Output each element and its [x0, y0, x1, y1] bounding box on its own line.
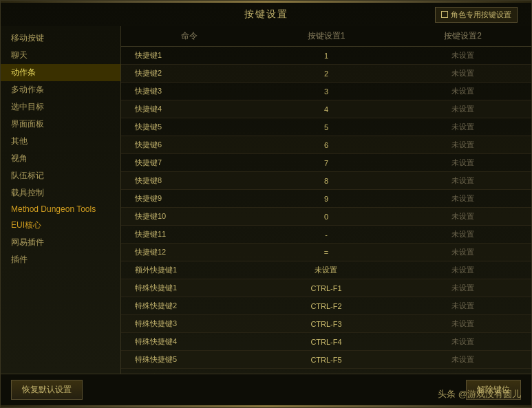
table-row[interactable]: 快捷键33未设置 — [121, 83, 531, 100]
table-row[interactable]: 特殊快捷键1CTRL-F1未设置 — [121, 279, 531, 297]
sidebar-item-7[interactable]: 视角 — [1, 150, 120, 167]
sidebar-item-11[interactable]: EUI核心 — [1, 217, 120, 234]
bottom-bar: 恢复默认设置 解除键位 — [1, 374, 531, 405]
keybind2-cell[interactable]: 未设置 — [394, 261, 531, 279]
sidebar-item-12[interactable]: 网易插件 — [1, 234, 120, 251]
cmd-cell: 快捷键2 — [121, 65, 258, 82]
cmd-cell: 快捷键1 — [121, 47, 258, 64]
sidebar-item-5[interactable]: 界面面板 — [1, 116, 120, 133]
cmd-cell: 快捷键8 — [121, 172, 258, 189]
keybind1-cell[interactable]: 0 — [258, 208, 395, 225]
keybind1-cell[interactable]: 8 — [258, 172, 395, 189]
keybind2-cell[interactable]: 未设置 — [394, 118, 531, 136]
keybind1-cell[interactable]: 4 — [258, 100, 395, 118]
table-row[interactable]: 快捷键100未设置 — [121, 208, 531, 226]
content-area: 命令 按键设置1 按键设置2 快捷键11未设置快捷键22未设置快捷键33未设置快… — [121, 26, 531, 374]
keybind1-cell[interactable]: CTRL-F2 — [258, 297, 395, 314]
keybind1-cell[interactable]: = — [258, 244, 395, 261]
cmd-cell: 特殊快捷键2 — [121, 297, 258, 314]
table-row[interactable]: 特殊快捷键2CTRL-F2未设置 — [121, 297, 531, 315]
cmd-cell: 快捷键10 — [121, 208, 258, 225]
table-row[interactable]: 快捷键11未设置 — [121, 47, 531, 65]
keybind2-cell[interactable]: 未设置 — [394, 154, 531, 171]
char-specific-button[interactable]: 角色专用按键设置 — [435, 7, 518, 23]
keybind2-cell[interactable]: 未设置 — [394, 226, 531, 243]
keybind2-cell[interactable]: 未设置 — [394, 279, 531, 297]
char-specific-label: 角色专用按键设置 — [451, 10, 511, 20]
keybind1-cell[interactable]: 7 — [258, 154, 395, 171]
keybind2-cell[interactable]: 未设置 — [394, 172, 531, 189]
sidebar-item-10[interactable]: Method Dungeon Tools — [1, 202, 120, 217]
keybind1-cell[interactable]: CTRL-F3 — [258, 315, 395, 332]
keybind-table[interactable]: 快捷键11未设置快捷键22未设置快捷键33未设置快捷键44未设置快捷键55未设置… — [121, 47, 531, 374]
keybind2-cell[interactable]: 未设置 — [394, 351, 531, 368]
table-row[interactable]: 特殊快捷键4CTRL-F4未设置 — [121, 333, 531, 351]
keybind1-cell[interactable]: 5 — [258, 118, 395, 136]
keybind1-cell[interactable]: CTRL-F5 — [258, 351, 395, 368]
keybind1-cell[interactable]: 6 — [258, 136, 395, 153]
keybind1-cell[interactable]: - — [258, 226, 395, 243]
keybind2-cell[interactable]: 未设置 — [394, 369, 531, 374]
keybind1-cell[interactable]: CTRL-F4 — [258, 333, 395, 350]
unbind-button[interactable]: 解除键位 — [466, 380, 521, 400]
cmd-cell: 特殊快捷键3 — [121, 315, 258, 332]
table-row[interactable]: 特殊快捷键5CTRL-F5未设置 — [121, 351, 531, 369]
keybind2-cell[interactable]: 未设置 — [394, 333, 531, 350]
table-row[interactable]: 快捷键44未设置 — [121, 100, 531, 118]
table-row[interactable]: 特殊快捷键3CTRL-F3未设置 — [121, 315, 531, 333]
keybind1-cell[interactable]: 2 — [258, 65, 395, 82]
keybind2-cell[interactable]: 未设置 — [394, 47, 531, 64]
cmd-cell: 特殊快捷键5 — [121, 351, 258, 368]
cmd-cell: 快捷键7 — [121, 154, 258, 171]
keybind2-cell[interactable]: 未设置 — [394, 208, 531, 225]
keybind2-cell[interactable]: 未设置 — [394, 100, 531, 118]
cmd-cell: 快捷键4 — [121, 100, 258, 118]
keybind1-cell[interactable]: 9 — [258, 190, 395, 207]
keybind1-cell[interactable]: CTRL-F1 — [258, 279, 395, 297]
sidebar-item-13[interactable]: 插件 — [1, 251, 120, 268]
table-row[interactable]: 快捷键77未设置 — [121, 154, 531, 172]
table-row[interactable]: 特殊快捷键6CTRL-F6未设置 — [121, 369, 531, 374]
sidebar-item-2[interactable]: 动作条 — [1, 64, 120, 81]
cmd-cell: 快捷键9 — [121, 190, 258, 207]
cmd-cell: 额外快捷键1 — [121, 261, 258, 279]
table-row[interactable]: 快捷键66未设置 — [121, 136, 531, 154]
keybind2-cell[interactable]: 未设置 — [394, 65, 531, 82]
keybind2-cell[interactable]: 未设置 — [394, 83, 531, 100]
cmd-cell: 快捷键5 — [121, 118, 258, 136]
reset-button[interactable]: 恢复默认设置 — [11, 380, 83, 400]
table-row[interactable]: 额外快捷键1未设置未设置 — [121, 261, 531, 279]
keybind1-cell[interactable]: CTRL-F6 — [258, 369, 395, 374]
sidebar-item-3[interactable]: 多动作条 — [1, 81, 120, 98]
keybind2-cell[interactable]: 未设置 — [394, 297, 531, 314]
keybind2-cell[interactable]: 未设置 — [394, 315, 531, 332]
keybind1-cell[interactable]: 1 — [258, 47, 395, 64]
col-keybind1: 按键设置1 — [258, 30, 395, 42]
table-row[interactable]: 快捷键22未设置 — [121, 65, 531, 83]
keybind2-cell[interactable]: 未设置 — [394, 136, 531, 153]
sidebar-item-1[interactable]: 聊天 — [1, 47, 120, 64]
keybind2-cell[interactable]: 未设置 — [394, 190, 531, 207]
table-row[interactable]: 快捷键55未设置 — [121, 118, 531, 136]
keybind1-cell[interactable]: 3 — [258, 83, 395, 100]
sidebar-item-6[interactable]: 其他 — [1, 133, 120, 150]
col-keybind2: 按键设置2 — [394, 30, 531, 42]
table-row[interactable]: 快捷键11-未设置 — [121, 226, 531, 244]
table-row[interactable]: 快捷键99未设置 — [121, 190, 531, 208]
cmd-cell: 快捷键6 — [121, 136, 258, 153]
keybind2-cell[interactable]: 未设置 — [394, 244, 531, 261]
keybind1-cell[interactable]: 未设置 — [258, 261, 395, 279]
sidebar-item-9[interactable]: 载具控制 — [1, 184, 120, 202]
column-headers: 命令 按键设置1 按键设置2 — [121, 26, 531, 47]
cmd-cell: 特殊快捷键1 — [121, 279, 258, 297]
sidebar-item-0[interactable]: 移动按键 — [1, 30, 120, 47]
main-window: 按键设置 角色专用按键设置 移动按键聊天动作条多动作条选中目标界面面板其他视角队… — [0, 0, 532, 408]
page-title: 按键设置 — [244, 8, 288, 21]
table-row[interactable]: 快捷键88未设置 — [121, 172, 531, 190]
col-cmd: 命令 — [121, 30, 258, 42]
sidebar-item-4[interactable]: 选中目标 — [1, 98, 120, 116]
sidebar-item-8[interactable]: 队伍标记 — [1, 167, 120, 184]
bottom-border — [1, 405, 531, 407]
table-row[interactable]: 快捷键12=未设置 — [121, 244, 531, 261]
sidebar: 移动按键聊天动作条多动作条选中目标界面面板其他视角队伍标记载具控制Method … — [1, 26, 121, 374]
